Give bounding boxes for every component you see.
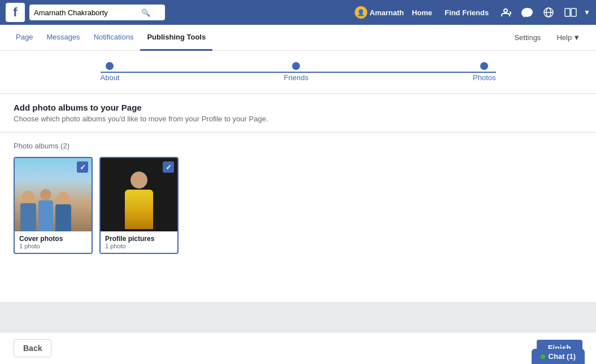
albums-grid: ✓ Cover photos 1 photo ✓ xyxy=(14,157,582,254)
bottom-bar: Back Finish xyxy=(0,332,596,333)
album-cover-check: ✓ xyxy=(77,161,88,173)
search-input[interactable] xyxy=(34,8,141,17)
search-icon[interactable]: 🔍 xyxy=(141,8,150,17)
content-panel: Add photo albums to your Page Choose whi… xyxy=(0,94,596,133)
step-dot-friends xyxy=(292,62,300,70)
album-cover-photos[interactable]: ✓ Cover photos 1 photo xyxy=(14,157,93,254)
navbar-right: 👤 Amarnath Home Find Friends ▼ xyxy=(355,6,590,19)
step-friends[interactable]: Friends xyxy=(284,62,308,82)
page-nav-messages[interactable]: Messages xyxy=(40,25,86,51)
step-label-about: About xyxy=(101,73,120,82)
search-bar[interactable]: 🔍 xyxy=(29,5,165,20)
album-profile-count: 1 photo xyxy=(105,243,173,249)
album-profile-name: Profile pictures xyxy=(105,235,173,243)
step-label-friends: Friends xyxy=(284,73,308,82)
home-link[interactable]: Home xyxy=(407,6,437,19)
more-dropdown[interactable]: ▼ xyxy=(584,8,590,16)
page-nav-page[interactable]: Page xyxy=(9,25,40,51)
svg-rect-4 xyxy=(571,8,576,16)
album-cover-count: 1 photo xyxy=(19,243,87,249)
page-nav-right: Settings Help ▼ xyxy=(507,30,587,45)
step-dot-photos xyxy=(480,62,488,70)
messages-icon[interactable] xyxy=(518,6,536,19)
svg-rect-3 xyxy=(565,8,570,16)
step-progress: About Friends Photos xyxy=(101,62,496,82)
navbar: f 🔍 👤 Amarnath Home Find Friends ▼ xyxy=(0,0,596,25)
main-content: About Friends Photos Add photo albums to… xyxy=(0,51,596,333)
page-nav-notifications[interactable]: Notifications xyxy=(87,25,141,51)
friends-requests-icon[interactable] xyxy=(497,6,515,19)
page-nav: Page Messages Notifications Publishing T… xyxy=(0,25,596,51)
find-friends-link[interactable]: Find Friends xyxy=(440,6,493,19)
album-cover-info: Cover photos 1 photo xyxy=(15,231,92,253)
step-dot-about xyxy=(106,62,114,70)
panel-title: Add photo albums to your Page xyxy=(14,103,582,112)
album-profile-check: ✓ xyxy=(163,161,174,173)
step-progress-container: About Friends Photos xyxy=(0,51,596,94)
album-profile-pictures[interactable]: ✓ Profile pictures 1 photo xyxy=(99,157,179,254)
albums-title: Photo albums (2) xyxy=(14,142,582,150)
avatar: 👤 xyxy=(355,6,367,19)
chevron-down-icon: ▼ xyxy=(573,33,580,42)
albums-section: Photo albums (2) xyxy=(0,133,596,302)
pages-icon[interactable] xyxy=(561,6,580,19)
step-about[interactable]: About xyxy=(101,62,120,82)
step-photos[interactable]: Photos xyxy=(473,62,495,82)
settings-button[interactable]: Settings xyxy=(507,30,547,45)
facebook-logo: f xyxy=(6,3,25,22)
globe-icon[interactable] xyxy=(540,6,558,19)
user-profile-link[interactable]: 👤 Amarnath xyxy=(355,6,404,19)
panel-subtitle: Choose which photo albums you'd like to … xyxy=(14,115,582,123)
username-label: Amarnath xyxy=(369,8,404,17)
album-cover-name: Cover photos xyxy=(19,235,87,243)
help-button[interactable]: Help ▼ xyxy=(550,30,587,45)
step-label-photos: Photos xyxy=(473,73,495,82)
page-nav-publishing-tools[interactable]: Publishing Tools xyxy=(140,25,212,51)
album-profile-info: Profile pictures 1 photo xyxy=(101,231,177,253)
